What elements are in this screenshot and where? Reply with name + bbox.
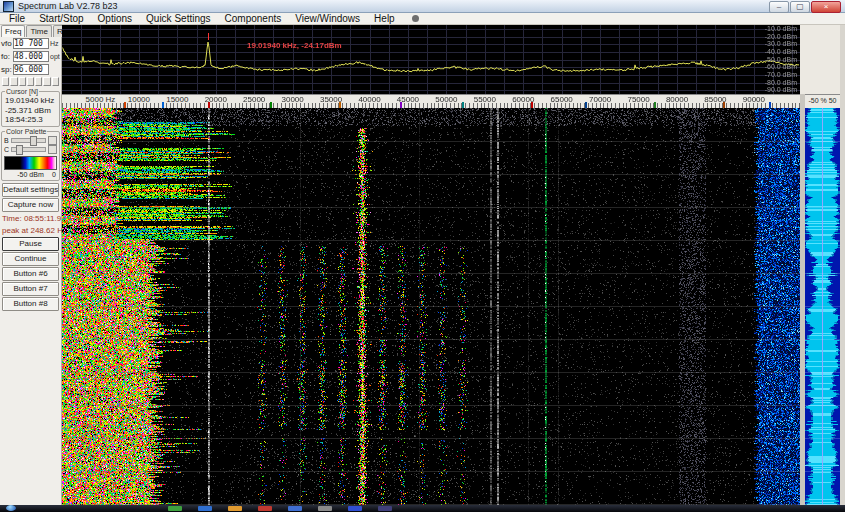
waterfall-display[interactable] [62,108,800,505]
spectrum-cursor-readout: 19.01940 kHz, -24.17dBm [247,41,342,50]
window-title: Spectrum Lab V2.78 b23 [18,1,118,11]
start-orb-icon[interactable] [6,505,16,511]
taskbar-app-icon[interactable] [348,506,362,511]
menu-file[interactable]: File [2,13,32,25]
menu-quick-settings[interactable]: Quick Settings [139,13,217,25]
menu-options[interactable]: Options [91,13,139,25]
spectrum-graph: -10.0 dBm-20.0 dBm-30.0 dBm-40.0 dBm-50.… [62,25,800,94]
freq-step-button[interactable] [19,77,26,86]
taskbar-app-icon[interactable] [288,506,302,511]
contrast-slider-row: C [4,145,57,154]
button-7[interactable]: Button #7 [2,282,59,296]
brightness-label: B [4,137,9,144]
pause-button[interactable]: Pause [2,237,59,251]
title-bar: Spectrum Lab V2.78 b23 – ▢ × [0,0,845,13]
window-right-edge [840,25,845,505]
taskbar-app-icon[interactable] [168,506,182,511]
cursor-level: -25.371 dBm [4,106,57,116]
frequency-scale: 5000 Hz100001500020000250003000035000400… [62,94,800,108]
palette-scale-labels: -50 dBm 0 [4,171,57,179]
fo-input[interactable]: 48.000 kHz [13,51,49,62]
vfo-unit: Hz [50,40,60,47]
brightness-slider-thumb[interactable] [30,136,37,146]
sp-row: sp: 96.000 kHz [0,63,61,76]
palette-max-label: 0 [52,171,56,178]
fo-label: fo: [1,52,13,61]
tab-time[interactable]: Time [26,25,51,37]
spectrum-lab-window: Spectrum Lab V2.78 b23 – ▢ × File Start/… [0,0,845,512]
default-settings-button[interactable]: Default settings [2,183,59,197]
freq-step-button[interactable] [52,77,59,86]
sp-label: sp: [1,65,13,74]
vfo-label: vfo [1,39,13,48]
brightness-slider[interactable] [11,138,46,143]
menu-bar: File Start/Stop Options Quick Settings C… [0,13,845,25]
control-sidebar: Freq Time RDF vfo 10 700 000 Hz fo: 48.0… [0,25,62,505]
brightness-step-button[interactable] [48,136,57,145]
brightness-slider-row: B [4,136,57,145]
palette-gradient-bar [4,156,57,170]
db-axis-label: -90.0 dBm [765,86,797,94]
contrast-slider[interactable] [11,147,46,152]
freq-step-button[interactable] [27,77,34,86]
time-readout: Time: 08:55:11.9 [2,213,59,224]
sidebar-tabs: Freq Time RDF [0,25,61,37]
menu-start-stop[interactable]: Start/Stop [32,13,90,25]
tab-freq[interactable]: Freq [1,25,25,37]
fo-unit[interactable]: opt [50,53,60,60]
taskbar-app-icon[interactable] [378,506,392,511]
button-6[interactable]: Button #6 [2,267,59,281]
vfo-row: vfo 10 700 000 Hz [0,37,61,50]
cursor-frequency: 19.01940 kHz [4,96,57,106]
record-indicator-icon [412,15,419,22]
fo-row: fo: 48.000 kHz opt [0,50,61,63]
close-button[interactable]: × [811,1,841,13]
menu-help[interactable]: Help [367,13,402,25]
color-palette-groupbox: Color Palette B C -50 dBm 0 [1,131,60,181]
freq-step-button[interactable] [2,77,9,86]
color-palette-title: Color Palette [5,128,47,135]
frequency-step-buttons [0,76,61,87]
button-8[interactable]: Button #8 [2,297,59,311]
capture-now-button[interactable]: Capture now [2,198,59,212]
vfo-input[interactable]: 10 700 000 [13,38,49,49]
taskbar-app-icon[interactable] [318,506,332,511]
sp-input[interactable]: 96.000 kHz [13,64,49,75]
contrast-step-button[interactable] [48,145,57,154]
freq-step-button[interactable] [35,77,42,86]
menu-components[interactable]: Components [218,13,289,25]
contrast-label: C [4,146,9,153]
maximize-button[interactable]: ▢ [790,1,810,13]
window-controls: – ▢ × [769,1,841,13]
cursor-groupbox-title: Cursor [N] [5,88,39,95]
freq-step-button[interactable] [10,77,17,86]
menu-view-windows[interactable]: View/Windows [288,13,367,25]
contrast-slider-thumb[interactable] [16,145,23,155]
peak-readout: peak at 248.62 Hz [2,225,59,236]
cursor-groupbox: Cursor [N] 19.01940 kHz -25.371 dBm 18:5… [1,91,60,127]
spectrum-graph-canvas[interactable] [62,25,800,94]
continue-button[interactable]: Continue [2,252,59,266]
taskbar-app-icon[interactable] [258,506,272,511]
freq-step-button[interactable] [43,77,50,86]
taskbar-app-icon[interactable] [228,506,242,511]
app-icon [3,1,14,12]
palette-min-label: -50 dBm [17,171,43,178]
taskbar [0,505,845,512]
taskbar-app-icon[interactable] [198,506,212,511]
amplitude-monitor[interactable] [805,108,840,505]
cursor-time: 18:54:25.3 [4,115,57,125]
amplitude-scale-header: -50 % 50 [805,94,840,108]
minimize-button[interactable]: – [769,1,789,13]
